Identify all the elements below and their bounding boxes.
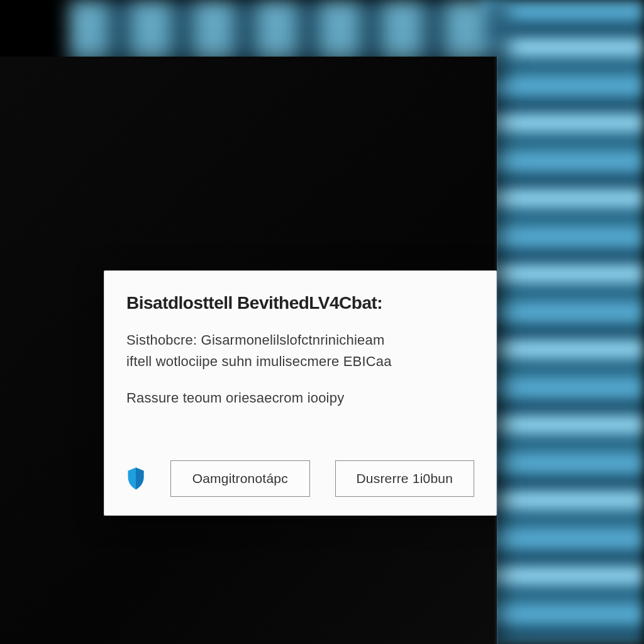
- monitor-screen: Bisatdlosttell BevithedLV4Cbat: Sisthobc…: [0, 57, 497, 644]
- dialog-subtext: Rassure teoum oriesaecrom iooipy: [126, 387, 474, 409]
- dialog-body-line-2: iftell wotlociipe suhn imulisecmere EBIC…: [126, 351, 474, 372]
- dialog-body: Sisthobcre: Gisarmonelilslofctnrinichiea…: [126, 330, 474, 372]
- background-building: [480, 0, 644, 644]
- dialog-body-line-1: Sisthobcre: Gisarmonelilslofctnrinichiea…: [126, 330, 474, 351]
- shield-icon: [126, 467, 145, 490]
- dialog-title: Bisatdlosttell BevithedLV4Cbat:: [126, 293, 474, 314]
- dialog-secondary-button[interactable]: Dusrerre 1i0bun: [335, 460, 475, 497]
- photo-scene: Bisatdlosttell BevithedLV4Cbat: Sisthobc…: [0, 0, 644, 644]
- system-dialog: Bisatdlosttell BevithedLV4Cbat: Sisthobc…: [104, 270, 497, 516]
- dialog-primary-button[interactable]: Oamgitronotápc: [170, 460, 310, 497]
- dialog-button-row: Oamgitronotápc Dusrerre 1i0bun: [126, 460, 474, 497]
